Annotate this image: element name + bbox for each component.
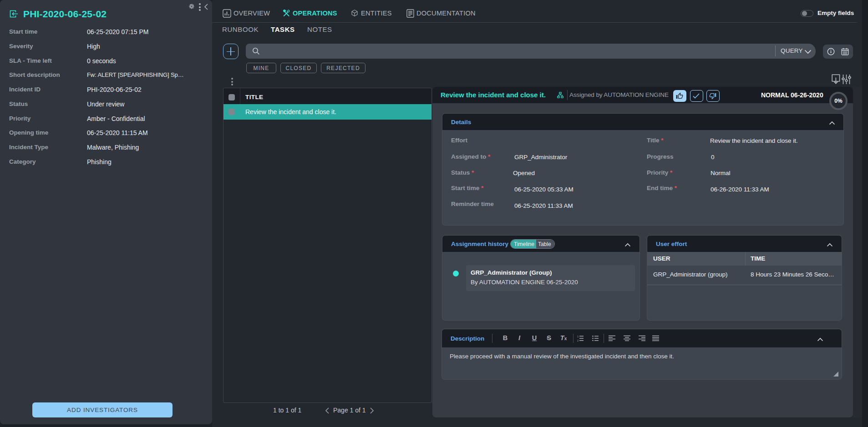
svg-text:2: 2: [577, 339, 579, 342]
svg-text:1: 1: [577, 335, 579, 338]
